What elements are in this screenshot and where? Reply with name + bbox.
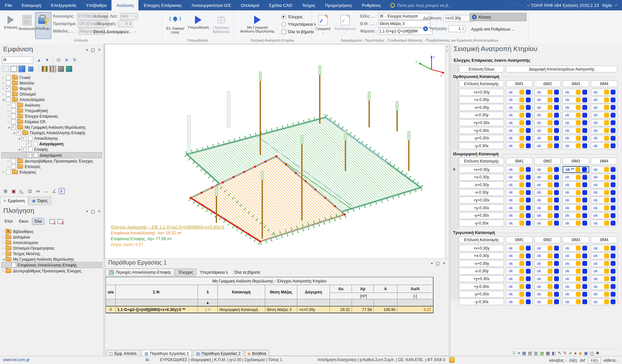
contact-status-icon[interactable] — [554, 213, 559, 218]
close-icon[interactable]: ✕ — [443, 261, 446, 266]
contact-status-icon[interactable] — [611, 269, 616, 274]
uplift-status-icon[interactable] — [576, 136, 581, 141]
move-down-icon[interactable]: ▼ — [44, 56, 51, 63]
work-window-2-icon[interactable]: 2 — [57, 218, 64, 225]
contact-status-icon[interactable] — [611, 299, 616, 304]
expander-closed-icon[interactable]: ▷ — [1, 76, 6, 79]
contact-status-icon[interactable] — [554, 221, 559, 226]
contact-status-icon[interactable] — [611, 182, 616, 187]
tree-checkbox[interactable] — [11, 103, 16, 108]
contact-status-icon[interactable] — [611, 246, 616, 251]
work-tab-Όλα τα βήματα[interactable]: Όλα τα βήματα — [231, 269, 263, 276]
check-status-cell[interactable]: ok — [534, 181, 561, 188]
check-status-cell[interactable]: ok — [534, 204, 561, 211]
uplift-status-icon[interactable] — [604, 90, 609, 95]
contact-status-icon[interactable] — [554, 190, 559, 195]
check-status-cell[interactable]: ok — [591, 181, 617, 188]
uplift-status-icon[interactable] — [519, 113, 524, 118]
check-status-cell[interactable]: ok — [534, 220, 561, 227]
contact-status-icon[interactable] — [611, 175, 616, 180]
check-status-cell[interactable]: ok ** — [563, 166, 589, 173]
check-icon[interactable]: ✔ — [569, 351, 572, 356]
contact-status-icon[interactable] — [611, 276, 616, 281]
uplift-status-icon[interactable] — [519, 136, 524, 141]
menu-tab-Υπόβαθρο[interactable]: Υπόβαθρο — [81, 0, 111, 10]
uplift-status-icon[interactable] — [548, 105, 552, 110]
check-status-cell[interactable]: ok — [591, 135, 617, 142]
contact-status-icon[interactable] — [582, 213, 587, 218]
uplift-status-icon[interactable] — [519, 246, 524, 251]
tree-item[interactable]: ▷Έλεγχοι Επάρκειας — [1, 113, 102, 119]
menu-tab-Ρυθμίσεις[interactable]: Ρυθμίσεις — [357, 0, 386, 10]
direction-button[interactable]: +y+0.30x — [459, 197, 504, 203]
uplift-status-icon[interactable] — [604, 98, 609, 102]
check-status-cell[interactable]: ok — [563, 104, 589, 111]
contact-status-icon[interactable] — [526, 190, 531, 195]
view-style-dropdown-icon[interactable]: ˅ — [26, 65, 37, 72]
contact-status-icon[interactable] — [554, 299, 559, 304]
contact-status-icon[interactable] — [526, 276, 531, 281]
direction-button[interactable]: +x-0.30y — [459, 174, 504, 181]
tree-item[interactable]: ◢Περιοχές Αποκόλλησης-Επαφής — [1, 130, 102, 136]
menu-tab-Επεξεργασία[interactable]: Επεξεργασία — [46, 0, 81, 10]
contact-status-icon[interactable] — [611, 90, 616, 95]
menu-tab-Προμετρήσεις[interactable]: Προμετρήσεις — [320, 0, 357, 10]
tree-checkbox[interactable] — [11, 114, 16, 119]
contact-status-icon[interactable] — [611, 120, 616, 125]
print-icon[interactable]: ◫ — [590, 351, 594, 356]
tree-item[interactable]: ▷Γενικά — [1, 75, 102, 80]
hatch-icon[interactable]: ▧ — [540, 351, 544, 356]
tree-checkbox[interactable] — [27, 153, 32, 158]
check-status-cell[interactable]: ok — [506, 220, 533, 227]
check-status-cell[interactable]: ok — [534, 97, 561, 103]
uplift-status-icon[interactable] — [604, 198, 609, 202]
expander-open-icon[interactable]: ◢ — [6, 126, 11, 129]
work-tab-Έλεγχος[interactable]: Έλεγχος — [175, 268, 196, 276]
uplift-status-icon[interactable] — [576, 167, 580, 172]
expander-closed-icon[interactable]: ▷ — [6, 120, 11, 123]
check-status-cell[interactable]: ok — [591, 212, 617, 219]
check-status-cell[interactable]: ok — [591, 142, 617, 149]
dxf-toggle[interactable]: dxf — [580, 358, 585, 363]
check-status-cell[interactable]: ok — [506, 104, 533, 111]
delete-results-button[interactable]: Διαγραφή Αποτελεσμάτων Ανατροπής — [506, 66, 617, 72]
check-status-cell[interactable]: ok — [534, 298, 561, 305]
check-status-cell[interactable]: ok — [591, 245, 617, 252]
check-status-cell[interactable]: ok — [506, 189, 533, 196]
grid-table-icon[interactable]: ⊞˅ — [145, 358, 150, 362]
uplift-status-icon[interactable] — [604, 221, 609, 226]
check-status-cell[interactable]: ok — [506, 127, 533, 134]
uplift-status-icon[interactable] — [576, 261, 581, 266]
contact-status-icon[interactable] — [611, 105, 616, 110]
expander-open-icon[interactable]: ◢ — [17, 148, 21, 151]
overstrength-radio[interactable]: Υπερεπάρκεια λ — [281, 21, 316, 28]
contact-status-icon[interactable] — [582, 105, 587, 110]
marker-icon[interactable]: ◆ — [579, 351, 582, 356]
tell-me-search[interactable]: Πείτε μου πως μπορώ να β... — [386, 0, 456, 10]
direction-button[interactable]: -x+0.30y — [459, 181, 504, 188]
tree-checkbox[interactable] — [21, 147, 26, 152]
check-status-cell[interactable]: ok — [534, 104, 561, 111]
uplift-status-icon[interactable] — [604, 105, 609, 110]
direction-button[interactable]: +y-0.30x — [459, 127, 504, 134]
direction-button[interactable]: -x+0.30y — [459, 104, 504, 111]
direction-button[interactable]: +y+0.30x — [459, 119, 504, 126]
check-status-cell[interactable]: ok — [563, 127, 589, 134]
uplift-status-icon[interactable] — [576, 254, 581, 258]
zoom-rotate-icon[interactable]: ↻ — [71, 56, 78, 63]
contact-status-icon[interactable] — [554, 198, 559, 202]
contact-status-icon[interactable] — [526, 213, 531, 218]
check-status-cell[interactable]: ok — [506, 245, 533, 252]
pan-icon[interactable]: ⊕ — [63, 56, 70, 63]
stiffness-dropdown[interactable]: Συντελ.Δυσκαμψιών... ˅ — [94, 29, 136, 35]
expander-closed-icon[interactable]: ▷ — [6, 109, 11, 112]
check-status-cell[interactable]: ok — [506, 253, 533, 259]
snap-toggle[interactable]: έλξη — [569, 358, 577, 363]
theta-column-header[interactable]: ΘΜ3 — [563, 158, 589, 164]
check-status-cell[interactable]: ok — [506, 135, 533, 142]
contact-status-icon[interactable] — [611, 136, 616, 141]
contact-status-icon[interactable] — [554, 292, 559, 297]
mass-position-select[interactable]: Θέση Μάζας 3˅ — [379, 20, 431, 27]
check-status-cell[interactable]: ok — [591, 97, 617, 103]
uplift-status-icon[interactable] — [604, 246, 609, 251]
